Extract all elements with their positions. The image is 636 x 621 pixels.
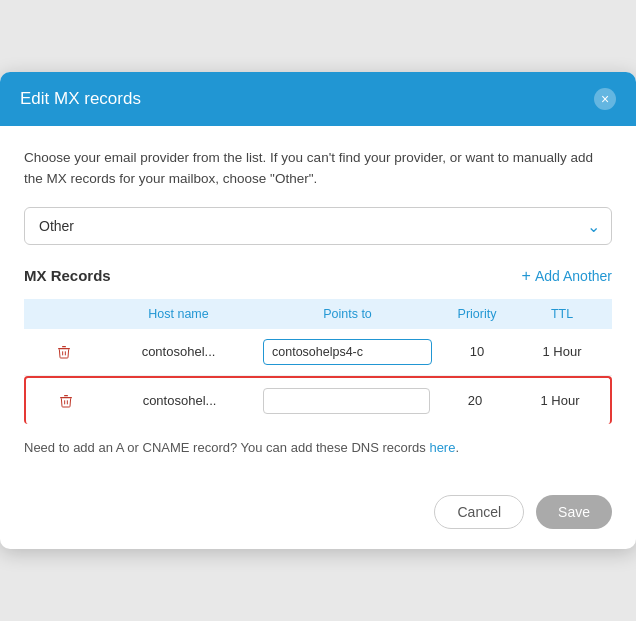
- col-ttl: TTL: [522, 307, 602, 321]
- svg-rect-0: [58, 348, 70, 349]
- delete-row-2-button[interactable]: [36, 393, 96, 409]
- svg-rect-4: [60, 397, 72, 398]
- delete-row-1-button[interactable]: [34, 344, 94, 360]
- col-delete: [34, 307, 94, 321]
- row1-hostname: contosohel...: [94, 344, 263, 359]
- svg-rect-5: [64, 395, 68, 396]
- edit-mx-modal: Edit MX records × Choose your email prov…: [0, 72, 636, 549]
- table-row: contosohel... 20 1 Hour: [24, 376, 612, 424]
- row2-points-to-cell: [263, 388, 430, 414]
- add-another-button[interactable]: + Add Another: [522, 267, 612, 285]
- footer-period: .: [455, 440, 459, 455]
- close-button[interactable]: ×: [594, 88, 616, 110]
- modal-footer: Cancel Save: [0, 479, 636, 549]
- plus-icon: +: [522, 267, 531, 285]
- row2-priority: 20: [430, 393, 520, 408]
- row2-hostname: contosohel...: [96, 393, 263, 408]
- provider-select[interactable]: Other Gmail Outlook Yahoo: [24, 207, 612, 245]
- table-row: contosohel... 10 1 Hour: [24, 329, 612, 376]
- footer-note-text: Need to add an A or CNAME record? You ca…: [24, 440, 429, 455]
- save-button[interactable]: Save: [536, 495, 612, 529]
- svg-rect-1: [62, 346, 66, 347]
- section-title: MX Records: [24, 267, 111, 284]
- row1-points-to-cell: [263, 339, 432, 365]
- modal-header: Edit MX records ×: [0, 72, 636, 126]
- section-header: MX Records + Add Another: [24, 267, 612, 285]
- row1-ttl: 1 Hour: [522, 344, 602, 359]
- description-text: Choose your email provider from the list…: [24, 148, 612, 189]
- table-header-row: Host name Points to Priority TTL: [24, 299, 612, 329]
- row1-points-to-input[interactable]: [263, 339, 432, 365]
- modal-title: Edit MX records: [20, 89, 141, 109]
- col-priority: Priority: [432, 307, 522, 321]
- row2-ttl: 1 Hour: [520, 393, 600, 408]
- provider-select-wrapper: Other Gmail Outlook Yahoo ⌄: [24, 207, 612, 245]
- dns-records-link[interactable]: here: [429, 440, 455, 455]
- row2-points-to-input[interactable]: [263, 388, 430, 414]
- mx-records-table: Host name Points to Priority TTL contoso…: [24, 299, 612, 424]
- footer-note: Need to add an A or CNAME record? You ca…: [24, 440, 612, 455]
- add-another-label: Add Another: [535, 268, 612, 284]
- cancel-button[interactable]: Cancel: [434, 495, 524, 529]
- col-points-to: Points to: [263, 307, 432, 321]
- col-hostname: Host name: [94, 307, 263, 321]
- row1-priority: 10: [432, 344, 522, 359]
- modal-body: Choose your email provider from the list…: [0, 126, 636, 479]
